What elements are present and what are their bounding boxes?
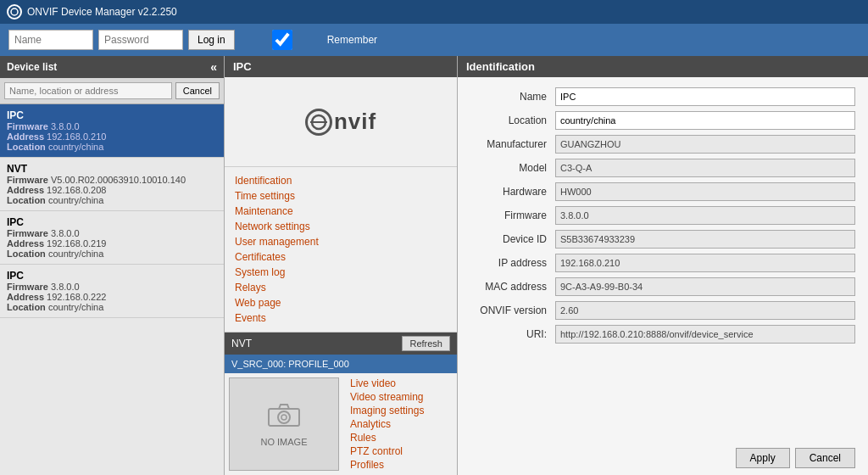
apply-button[interactable]: Apply <box>736 448 790 468</box>
menu-system-log[interactable]: System log <box>235 265 447 279</box>
menu-web-page[interactable]: Web page <box>235 296 447 310</box>
location-field[interactable] <box>555 111 855 130</box>
onvif-circle-icon <box>305 109 332 136</box>
name-input[interactable] <box>8 30 93 50</box>
nvt-ptz-control[interactable]: PTZ control <box>350 445 424 457</box>
field-mac-address: MAC address <box>470 277 855 296</box>
identification-form: Name Location Manufacturer Model Hardwar… <box>458 77 868 441</box>
menu-user-management[interactable]: User management <box>235 235 447 249</box>
onvif-logo-area: nvif <box>225 77 457 167</box>
name-field[interactable] <box>555 87 855 106</box>
menu-links: Identification Time settings Maintenance… <box>225 167 457 332</box>
field-location: Location <box>470 111 855 130</box>
menu-events[interactable]: Events <box>235 311 447 325</box>
onvif-version-field <box>555 301 855 320</box>
password-input[interactable] <box>98 30 183 50</box>
app-title: ONVIF Device Manager v2.2.250 <box>27 6 177 18</box>
field-firmware: Firmware <box>470 206 855 225</box>
hardware-field <box>555 182 855 201</box>
field-name: Name <box>470 87 855 106</box>
middle-panel: IPC nvif Identification Time settings Ma… <box>225 56 458 475</box>
field-device-id: Device ID <box>470 230 855 249</box>
cancel-button[interactable]: Cancel <box>795 448 855 468</box>
field-onvif-version: ONVIF version <box>470 301 855 320</box>
device-items-list: IPC Firmware 3.8.0.0 Address 192.168.0.2… <box>0 104 224 475</box>
field-manufacturer: Manufacturer <box>470 135 855 154</box>
field-uri: URI: <box>470 325 855 344</box>
field-ip-address: IP address <box>470 254 855 272</box>
nvt-profiles[interactable]: Profiles <box>350 459 424 471</box>
manufacturer-field <box>555 135 855 154</box>
firmware-field <box>555 206 855 225</box>
no-image-box: NO IMAGE <box>229 377 339 471</box>
field-hardware: Hardware <box>470 182 855 201</box>
search-input[interactable] <box>4 82 172 99</box>
uri-field <box>555 325 855 344</box>
id-actions: Apply Cancel <box>458 441 868 475</box>
device-search-bar: Cancel <box>0 78 224 104</box>
refresh-button[interactable]: Refresh <box>402 336 450 351</box>
main-area: Device list « Cancel IPC Firmware 3.8.0.… <box>0 56 868 475</box>
search-cancel-button[interactable]: Cancel <box>175 82 220 99</box>
menu-time-settings[interactable]: Time settings <box>235 189 447 203</box>
ip-address-field <box>555 254 855 272</box>
remember-checkbox[interactable] <box>240 30 325 50</box>
collapse-icon[interactable]: « <box>210 60 217 74</box>
svg-point-0 <box>11 8 18 15</box>
no-image-label: NO IMAGE <box>260 437 307 447</box>
nvt-section: NVT Refresh V_SRC_000: PROFILE_000 NO IM… <box>225 332 457 475</box>
nvt-content: NO IMAGE Live video Video streaming Imag… <box>225 373 457 475</box>
camera-icon <box>267 402 301 433</box>
middle-panel-header: IPC <box>225 56 457 77</box>
profile-item[interactable]: V_SRC_000: PROFILE_000 <box>225 355 457 373</box>
nvt-live-video[interactable]: Live video <box>350 377 424 389</box>
remember-label[interactable]: Remember <box>240 30 377 50</box>
device-id-field <box>555 230 855 249</box>
menu-maintenance[interactable]: Maintenance <box>235 204 447 218</box>
field-model: Model <box>470 159 855 177</box>
login-button[interactable]: Log in <box>188 30 235 50</box>
device-item[interactable]: IPC Firmware 3.8.0.0 Address 192.168.0.2… <box>0 265 224 318</box>
nvt-header: NVT Refresh <box>225 332 457 355</box>
nvt-analytics[interactable]: Analytics <box>350 418 424 430</box>
device-item[interactable]: NVT Firmware V5.00.R02.00063910.10010.14… <box>0 158 224 211</box>
onvif-logo: nvif <box>305 109 376 136</box>
mac-address-field <box>555 277 855 296</box>
right-panel: Identification Name Location Manufacture… <box>458 56 868 475</box>
svg-point-4 <box>278 411 290 423</box>
device-list-panel: Device list « Cancel IPC Firmware 3.8.0.… <box>0 56 225 475</box>
menu-network-settings[interactable]: Network settings <box>235 220 447 233</box>
model-field <box>555 159 855 177</box>
identification-header: Identification <box>458 56 868 77</box>
menu-identification[interactable]: Identification <box>235 174 447 187</box>
title-bar: ONVIF Device Manager v2.2.250 <box>0 0 868 24</box>
nvt-rules[interactable]: Rules <box>350 432 424 444</box>
nvt-label: NVT <box>231 338 252 349</box>
app-logo <box>7 4 22 20</box>
device-list-title: Device list <box>7 61 57 73</box>
menu-relays[interactable]: Relays <box>235 281 447 294</box>
device-item[interactable]: IPC Firmware 3.8.0.0 Address 192.168.0.2… <box>0 104 224 158</box>
device-item[interactable]: IPC Firmware 3.8.0.0 Address 192.168.0.2… <box>0 211 224 265</box>
nvt-imaging-settings[interactable]: Imaging settings <box>350 405 424 416</box>
nvt-video-streaming[interactable]: Video streaming <box>350 391 424 403</box>
svg-point-5 <box>281 415 287 420</box>
nvt-links: Live video Video streaming Imaging setti… <box>343 373 431 475</box>
menu-certificates[interactable]: Certificates <box>235 250 447 264</box>
toolbar: Log in Remember <box>0 24 868 56</box>
device-list-header: Device list « <box>0 56 224 78</box>
